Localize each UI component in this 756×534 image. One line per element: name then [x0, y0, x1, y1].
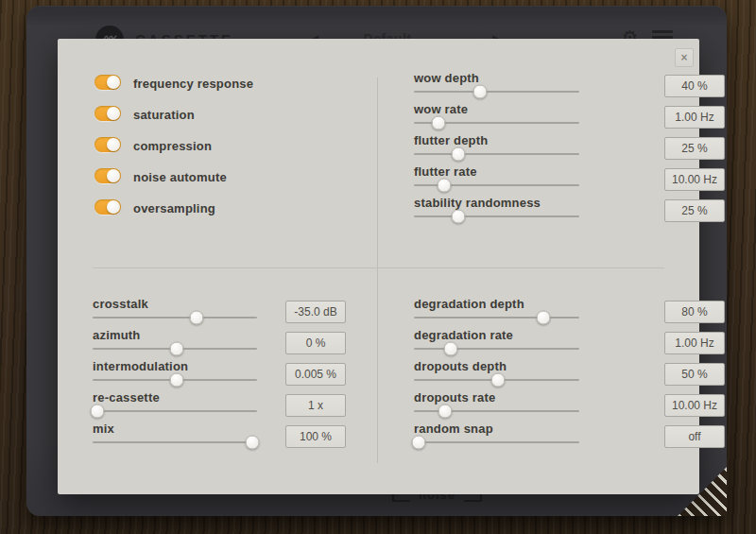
slider-track[interactable] [414, 122, 579, 124]
slider-label: degradation rate [414, 328, 513, 342]
toggle-label: oversampling [133, 201, 215, 216]
slider-label: dropouts rate [414, 390, 495, 405]
slider-row-mix: mix100 % [93, 422, 346, 453]
toggle-compression[interactable] [94, 137, 121, 152]
slider-track[interactable] [93, 317, 257, 319]
toggle-label: compression [133, 139, 212, 154]
toggle-group: frequency responsesaturationcompressionn… [94, 75, 253, 231]
toggle-saturation[interactable] [94, 106, 121, 121]
slider-label: crosstalk [93, 297, 148, 311]
slider-label: mix [93, 422, 114, 436]
slider-row-flutter-rate: flutter rate10.00 Hz [414, 164, 725, 196]
toggle-frequency-response[interactable] [94, 75, 121, 90]
tape-sliders: crosstalk-35.0 dBazimuth0 %intermodulati… [93, 297, 346, 453]
slider-label: re-cassette [93, 390, 160, 405]
toggle-row: noise automute [94, 168, 253, 199]
slider-knob[interactable] [452, 210, 466, 224]
slider-knob[interactable] [473, 85, 488, 99]
slider-knob[interactable] [245, 436, 259, 450]
slider-track[interactable] [93, 410, 257, 412]
toggle-knob [107, 169, 120, 182]
slider-knob[interactable] [536, 311, 550, 325]
app-window: CASSETTE ◀ Default ▶ ⚙ noise × frequency… [0, 0, 756, 534]
value-box[interactable]: 40 % [664, 75, 725, 97]
settings-overlay-panel: × frequency responsesaturationcompressio… [58, 39, 699, 494]
degradation-sliders: degradation depth80 %degradation rate1.0… [414, 297, 725, 453]
vertical-divider [377, 78, 378, 463]
slider-knob[interactable] [443, 342, 457, 356]
toggle-oversampling[interactable] [94, 199, 121, 215]
value-box[interactable]: 25 % [664, 137, 725, 160]
wow-flutter-sliders: wow depth40 %wow rate1.00 Hzflutter dept… [414, 71, 725, 227]
value-box[interactable]: 10.00 Hz [664, 168, 725, 191]
slider-track[interactable] [414, 184, 579, 186]
value-box[interactable]: 1.00 Hz [664, 106, 725, 129]
slider-label: wow rate [414, 102, 468, 116]
slider-knob[interactable] [491, 373, 506, 388]
slider-row-intermodulation: intermodulation0.005 % [93, 359, 346, 390]
slider-knob[interactable] [169, 342, 183, 356]
slider-track[interactable] [93, 441, 257, 443]
slider-knob[interactable] [412, 436, 426, 450]
slider-row-stability-randomness: stability randomness25 % [414, 196, 725, 227]
value-box[interactable]: 0.005 % [285, 363, 346, 386]
slider-knob[interactable] [189, 311, 203, 325]
horizontal-divider [93, 267, 664, 268]
close-button[interactable]: × [675, 48, 694, 67]
toggle-row: oversampling [94, 199, 253, 231]
slider-knob[interactable] [91, 405, 105, 419]
toggle-noise-automute[interactable] [94, 168, 121, 183]
slider-track[interactable] [414, 317, 579, 319]
value-box[interactable]: 10.00 Hz [664, 394, 725, 417]
slider-row-dropouts-rate: dropouts rate10.00 Hz [414, 390, 725, 422]
slider-track[interactable] [414, 441, 579, 443]
slider-label: stability randomness [414, 196, 541, 210]
toggle-knob [107, 200, 120, 214]
slider-row-wow-depth: wow depth40 % [414, 71, 725, 102]
toggle-knob [107, 107, 120, 120]
slider-knob[interactable] [452, 147, 466, 162]
value-box[interactable]: off [664, 425, 725, 448]
slider-knob[interactable] [169, 373, 183, 388]
toggle-row: compression [94, 137, 253, 168]
slider-row-degradation-depth: degradation depth80 % [414, 297, 725, 328]
value-box[interactable]: 25 % [664, 199, 725, 222]
value-box[interactable]: 50 % [664, 363, 725, 386]
slider-track[interactable] [414, 215, 579, 217]
toggle-knob [107, 138, 120, 151]
slider-row-dropouts-depth: dropouts depth50 % [414, 359, 725, 390]
slider-track[interactable] [414, 348, 579, 350]
slider-track[interactable] [414, 91, 579, 93]
value-box[interactable]: -35.0 dB [285, 301, 346, 323]
slider-label: intermodulation [93, 359, 188, 373]
toggle-row: frequency response [94, 75, 253, 106]
slider-label: degradation depth [414, 297, 524, 311]
slider-row-azimuth: azimuth0 % [93, 328, 346, 359]
slider-row-flutter-depth: flutter depth25 % [414, 133, 725, 164]
slider-track[interactable] [414, 379, 579, 381]
slider-knob[interactable] [432, 116, 446, 130]
toggle-label: saturation [133, 108, 195, 123]
slider-row-degradation-rate: degradation rate1.00 Hz [414, 328, 725, 359]
slider-label: random snap [414, 422, 493, 436]
value-box[interactable]: 1.00 Hz [664, 332, 725, 354]
value-box[interactable]: 1 x [285, 394, 346, 417]
toggle-row: saturation [94, 106, 253, 137]
value-box[interactable]: 80 % [664, 301, 725, 323]
slider-knob[interactable] [438, 405, 453, 419]
slider-row-wow-rate: wow rate1.00 Hz [414, 102, 725, 133]
value-box[interactable]: 0 % [285, 332, 346, 354]
slider-knob[interactable] [437, 179, 451, 193]
toggle-knob [107, 76, 120, 89]
toggle-label: noise automute [133, 170, 227, 185]
slider-label: azimuth [93, 328, 141, 342]
slider-row-crosstalk: crosstalk-35.0 dB [93, 297, 346, 328]
slider-track[interactable] [93, 348, 257, 350]
slider-track[interactable] [93, 379, 257, 381]
slider-track[interactable] [414, 410, 579, 412]
value-box[interactable]: 100 % [285, 425, 346, 448]
slider-track[interactable] [414, 153, 579, 155]
slider-label: flutter depth [414, 133, 488, 147]
slider-label: flutter rate [414, 164, 477, 179]
slider-row-random-snap: random snapoff [414, 422, 725, 453]
